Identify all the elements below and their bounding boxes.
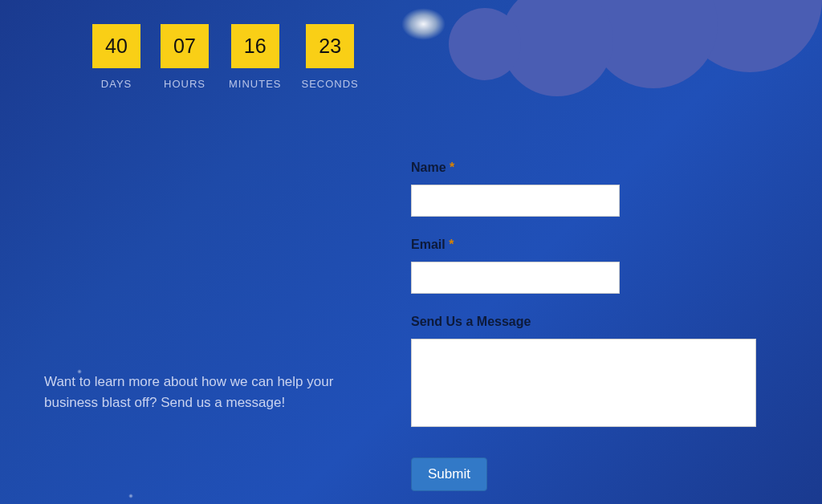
countdown-hours: 07 HOURS [161, 24, 209, 90]
countdown-days-label: DAYS [101, 78, 132, 90]
email-input[interactable] [411, 262, 620, 294]
name-input[interactable] [411, 185, 620, 217]
form-column: Name * Email * Send Us a Message Submit [411, 161, 822, 491]
cloud-circle [449, 8, 521, 80]
countdown-seconds-value: 23 [306, 24, 354, 68]
countdown-days-value: 40 [92, 24, 140, 68]
star-decor [128, 494, 133, 498]
message-group: Send Us a Message [411, 315, 774, 430]
countdown-minutes-label: MINUTES [229, 78, 282, 90]
email-label-text: Email [411, 238, 446, 251]
name-label-text: Name [411, 161, 446, 174]
glow-decor [401, 8, 446, 40]
email-label: Email * [411, 238, 774, 252]
countdown-minutes: 16 MINUTES [229, 24, 282, 90]
countdown-hours-label: HOURS [164, 78, 206, 90]
email-group: Email * [411, 238, 774, 294]
countdown-seconds: 23 SECONDS [302, 24, 359, 90]
intro-column: Want to learn more about how we can help… [0, 161, 411, 491]
countdown-timer: 40 DAYS 07 HOURS 16 MINUTES 23 SECONDS [92, 24, 359, 90]
intro-text: Want to learn more about how we can help… [44, 372, 387, 413]
name-group: Name * [411, 161, 774, 217]
name-label: Name * [411, 161, 774, 175]
required-mark: * [449, 238, 454, 251]
main-content: Want to learn more about how we can help… [0, 161, 822, 491]
countdown-minutes-value: 16 [231, 24, 279, 68]
message-label: Send Us a Message [411, 315, 774, 329]
required-mark: * [450, 161, 454, 174]
message-textarea[interactable] [411, 339, 756, 427]
countdown-seconds-label: SECONDS [302, 78, 359, 90]
decorative-clouds [413, 0, 822, 152]
countdown-hours-value: 07 [161, 24, 209, 68]
submit-button[interactable]: Submit [411, 457, 487, 491]
countdown-days: 40 DAYS [92, 24, 140, 90]
